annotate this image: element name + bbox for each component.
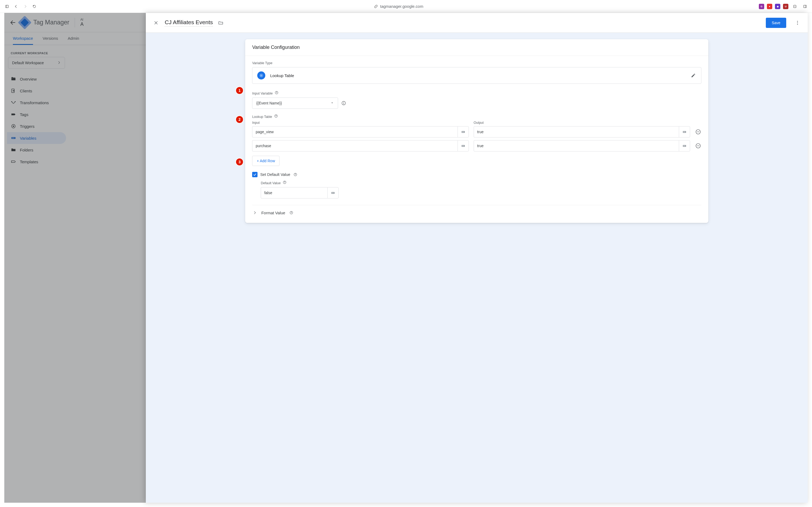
- table-row: [252, 126, 701, 137]
- svg-point-22: [797, 24, 798, 25]
- svg-rect-41: [462, 146, 463, 146]
- help-icon[interactable]: [293, 172, 298, 177]
- callout-2: 2: [236, 116, 243, 123]
- callout-1: 1: [236, 87, 243, 94]
- chevron-right-icon: [252, 210, 257, 215]
- svg-point-56: [291, 213, 291, 214]
- svg-rect-4: [804, 5, 807, 7]
- help-icon[interactable]: [274, 114, 279, 118]
- brick-icon[interactable]: [327, 187, 339, 199]
- extension-icon-3[interactable]: ◆: [775, 4, 780, 9]
- variable-type-name: Lookup Table: [270, 73, 294, 78]
- svg-rect-37: [685, 131, 685, 132]
- pencil-icon[interactable]: [690, 72, 696, 78]
- remove-row-icon[interactable]: [695, 129, 701, 135]
- gear-icon: [257, 71, 265, 79]
- remove-row-icon[interactable]: [695, 143, 701, 149]
- variable-type-label: Variable Type: [252, 61, 701, 65]
- brick-icon[interactable]: [458, 126, 469, 137]
- input-variable-label: Input Variable: [252, 90, 701, 95]
- set-default-label: Set Default Value: [260, 172, 290, 177]
- brick-icon[interactable]: [679, 140, 690, 152]
- svg-point-21: [797, 22, 798, 23]
- checkbox-checked[interactable]: [252, 172, 257, 177]
- callout-3: 3: [236, 158, 243, 165]
- folder-outline-icon[interactable]: [218, 20, 224, 26]
- format-value-row[interactable]: Format Value: [252, 205, 701, 215]
- save-button[interactable]: Save: [766, 18, 786, 28]
- svg-rect-53: [332, 192, 333, 193]
- svg-rect-0: [6, 5, 9, 7]
- link-icon: [374, 4, 378, 9]
- extension-menu-icon[interactable]: [791, 3, 799, 10]
- back-icon[interactable]: [12, 3, 20, 10]
- input-variable-select[interactable]: {{Event Name}}: [252, 98, 338, 109]
- lookup-output-0[interactable]: [474, 126, 679, 137]
- default-value-label: Default Value: [261, 180, 701, 185]
- default-value-input[interactable]: [261, 187, 327, 199]
- svg-rect-44: [684, 146, 684, 146]
- brick-icon[interactable]: [679, 126, 690, 137]
- svg-point-29: [343, 102, 344, 103]
- lookup-input-1[interactable]: [252, 140, 458, 152]
- svg-point-20: [797, 21, 798, 21]
- svg-point-51: [285, 183, 285, 183]
- svg-rect-45: [685, 146, 685, 146]
- variable-editor-panel: CJ Affiliates Events Save Variable Confi…: [146, 13, 808, 503]
- output-col-label: Output: [474, 121, 690, 125]
- svg-point-49: [295, 175, 295, 175]
- extension-icon-1[interactable]: G: [759, 4, 764, 9]
- forward-icon[interactable]: [21, 3, 29, 10]
- browser-toolbar: tagmanager.google.com G ● ◆ U: [0, 0, 812, 13]
- input-col-label: Input: [252, 121, 469, 125]
- reload-icon[interactable]: [31, 3, 38, 10]
- caret-down-icon: [330, 101, 334, 106]
- card-header: Variable Configuration: [245, 39, 708, 56]
- lookup-input-field: [252, 140, 469, 152]
- svg-point-23: [261, 75, 262, 76]
- more-menu-icon[interactable]: [794, 19, 801, 26]
- brick-icon[interactable]: [458, 140, 469, 152]
- extension-icon-4[interactable]: U: [783, 4, 789, 9]
- help-icon[interactable]: [282, 180, 287, 185]
- help-icon[interactable]: [274, 90, 279, 95]
- svg-rect-34: [463, 131, 464, 132]
- lookup-output-field: [474, 140, 690, 152]
- panel-title[interactable]: CJ Affiliates Events: [165, 19, 213, 26]
- panel-header: CJ Affiliates Events Save: [146, 13, 808, 33]
- sidebar-toggle-icon[interactable]: [3, 3, 11, 10]
- svg-rect-33: [462, 131, 463, 132]
- svg-rect-54: [333, 192, 334, 193]
- set-default-checkbox-row: Set Default Value: [252, 172, 701, 177]
- svg-rect-42: [463, 146, 464, 146]
- table-row: [252, 140, 701, 152]
- help-icon[interactable]: [289, 210, 294, 215]
- svg-rect-36: [684, 131, 684, 132]
- variable-config-card: Variable Configuration 1 2 3 Variable Ty…: [245, 39, 708, 223]
- svg-point-25: [277, 93, 277, 94]
- lookup-table-label: Lookup Table: [252, 114, 701, 119]
- svg-marker-26: [331, 102, 333, 103]
- extension-icon-2[interactable]: ●: [767, 4, 772, 9]
- tabs-icon[interactable]: [801, 3, 809, 10]
- close-icon[interactable]: [152, 19, 160, 26]
- info-icon[interactable]: [341, 101, 346, 106]
- variable-type-selector[interactable]: Lookup Table: [252, 67, 701, 84]
- panel-body: Variable Configuration 1 2 3 Variable Ty…: [146, 33, 808, 503]
- lookup-input-0[interactable]: [252, 126, 458, 137]
- lookup-input-field: [252, 126, 469, 137]
- lookup-output-field: [474, 126, 690, 137]
- url-text[interactable]: tagmanager.google.com: [380, 4, 423, 9]
- add-row-button[interactable]: + Add Row: [252, 156, 280, 166]
- lookup-output-1[interactable]: [474, 140, 679, 152]
